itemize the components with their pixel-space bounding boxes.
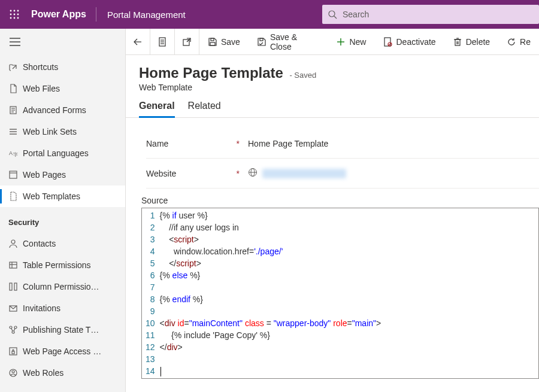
product-name[interactable]: Power Apps xyxy=(29,9,96,20)
app-header: Power Apps Portal Management xyxy=(0,0,539,29)
back-button[interactable] xyxy=(126,29,150,54)
svg-point-1 xyxy=(14,10,16,12)
svg-line-48 xyxy=(187,38,190,42)
svg-point-9 xyxy=(329,11,335,17)
sidebar-item-roles[interactable]: Web Roles xyxy=(0,362,125,384)
field-name-value[interactable]: Home Page Template xyxy=(248,139,328,148)
sidebar-item-list[interactable]: Web Link Sets xyxy=(0,121,125,142)
svg-rect-39 xyxy=(12,351,14,354)
field-name-row[interactable]: Name* Home Page Template xyxy=(146,129,539,159)
template-icon xyxy=(8,192,23,201)
svg-point-8 xyxy=(17,17,19,19)
sidebar-item-lang[interactable]: A字Portal Languages xyxy=(0,142,125,164)
lang-icon: A字 xyxy=(8,148,23,158)
contact-icon xyxy=(8,239,23,248)
shortcut-icon xyxy=(8,62,23,72)
deactivate-button[interactable]: Deactivate xyxy=(374,29,444,54)
app-launcher-icon[interactable] xyxy=(0,0,29,29)
required-icon: * xyxy=(237,169,240,178)
svg-point-6 xyxy=(10,17,12,19)
nav-item-label: Shortcuts xyxy=(23,62,58,72)
pubstate-icon xyxy=(8,325,23,335)
sidebar-item-pubstate[interactable]: Publishing State T… xyxy=(0,319,125,341)
svg-point-2 xyxy=(17,10,19,12)
open-new-window-button[interactable] xyxy=(175,29,199,54)
nav-section-security: Security xyxy=(0,207,125,232)
svg-point-0 xyxy=(10,10,12,12)
svg-rect-50 xyxy=(210,42,215,45)
svg-point-3 xyxy=(10,14,12,16)
nav-item-label: Table Permissions xyxy=(23,260,91,270)
sidebar-item-tableperm[interactable]: Table Permissions xyxy=(0,254,125,276)
sidebar-item-template[interactable]: Web Templates xyxy=(0,186,125,207)
svg-line-36 xyxy=(11,329,13,331)
svg-point-5 xyxy=(17,14,19,16)
svg-rect-31 xyxy=(14,283,17,290)
command-bar: Save Save & Close New Deactivate Delete … xyxy=(126,29,539,55)
field-name-label: Name xyxy=(146,139,168,148)
app-name: Portal Management xyxy=(96,10,196,20)
nav-item-label: Web Templates xyxy=(23,192,80,201)
sidebar-item-contact[interactable]: Contacts xyxy=(0,233,125,254)
delete-button[interactable]: Delete xyxy=(444,29,498,54)
svg-point-41 xyxy=(12,370,14,373)
tableperm-icon xyxy=(8,260,23,270)
svg-rect-30 xyxy=(10,283,12,290)
refresh-button[interactable]: Re xyxy=(498,29,539,54)
svg-point-35 xyxy=(12,331,14,333)
svg-text:A: A xyxy=(9,150,13,156)
svg-rect-51 xyxy=(260,38,263,41)
sidebar: ShortcutsWeb FilesAdvanced FormsWeb Link… xyxy=(0,29,126,392)
field-source-label: Source xyxy=(141,196,539,205)
code-content[interactable]: {% if user %} //if any user logs in <scr… xyxy=(160,208,381,378)
content-area: Save Save & Close New Deactivate Delete … xyxy=(126,29,539,392)
globe-icon xyxy=(248,168,258,179)
record-header: Home Page Template - Saved Web Template xyxy=(126,55,539,92)
roles-icon xyxy=(8,368,23,378)
sidebar-item-shortcut[interactable]: Shortcuts xyxy=(0,56,125,78)
global-search[interactable] xyxy=(322,5,539,24)
field-website-value[interactable] xyxy=(262,169,346,178)
new-button[interactable]: New xyxy=(328,29,374,54)
page-title: Home Page Template xyxy=(139,65,283,81)
list-icon xyxy=(8,127,23,136)
page-icon xyxy=(8,170,23,180)
nav-item-label: Web Pages xyxy=(23,170,66,180)
sidebar-toggle[interactable] xyxy=(0,29,125,55)
field-website-row[interactable]: Website* xyxy=(146,159,539,189)
new-label: New xyxy=(349,37,366,47)
svg-rect-49 xyxy=(211,38,214,41)
save-status: - Saved xyxy=(289,71,316,80)
save-button[interactable]: Save xyxy=(199,29,249,54)
trash-icon xyxy=(453,37,462,47)
save-close-button[interactable]: Save & Close xyxy=(249,29,328,54)
required-icon: * xyxy=(237,139,240,148)
nav-item-label: Invitations xyxy=(23,303,60,313)
refresh-label: Re xyxy=(520,37,531,47)
popout-icon xyxy=(182,37,192,47)
tab-general[interactable]: General xyxy=(139,101,175,117)
document-icon xyxy=(158,37,167,47)
svg-point-26 xyxy=(11,240,15,244)
save-close-label: Save & Close xyxy=(270,32,320,51)
nav-item-label: Portal Languages xyxy=(23,148,89,158)
sidebar-item-page[interactable]: Web Pages xyxy=(0,164,125,186)
svg-line-14 xyxy=(13,65,16,69)
svg-rect-24 xyxy=(10,171,17,178)
sidebar-item-form[interactable]: Advanced Forms xyxy=(0,99,125,121)
sidebar-item-webfile[interactable]: Web Files xyxy=(0,78,125,99)
tab-related[interactable]: Related xyxy=(188,101,221,117)
source-editor[interactable]: 1234567891011121314 {% if user %} //if a… xyxy=(141,208,539,379)
field-website-label: Website xyxy=(146,169,176,178)
sidebar-item-colperm[interactable]: Column Permissio… xyxy=(0,276,125,297)
nav-item-label: Column Permissio… xyxy=(23,282,99,291)
nav-item-label: Advanced Forms xyxy=(23,105,86,115)
sidebar-item-invite[interactable]: Invitations xyxy=(0,297,125,319)
sidebar-item-access[interactable]: Web Page Access … xyxy=(0,341,125,362)
form-tabs: General Related xyxy=(126,92,539,118)
entity-name: Web Template xyxy=(139,83,526,92)
invite-icon xyxy=(8,303,23,313)
deactivate-label: Deactivate xyxy=(396,37,435,47)
search-input[interactable] xyxy=(343,10,539,19)
record-set-button[interactable] xyxy=(150,29,174,54)
